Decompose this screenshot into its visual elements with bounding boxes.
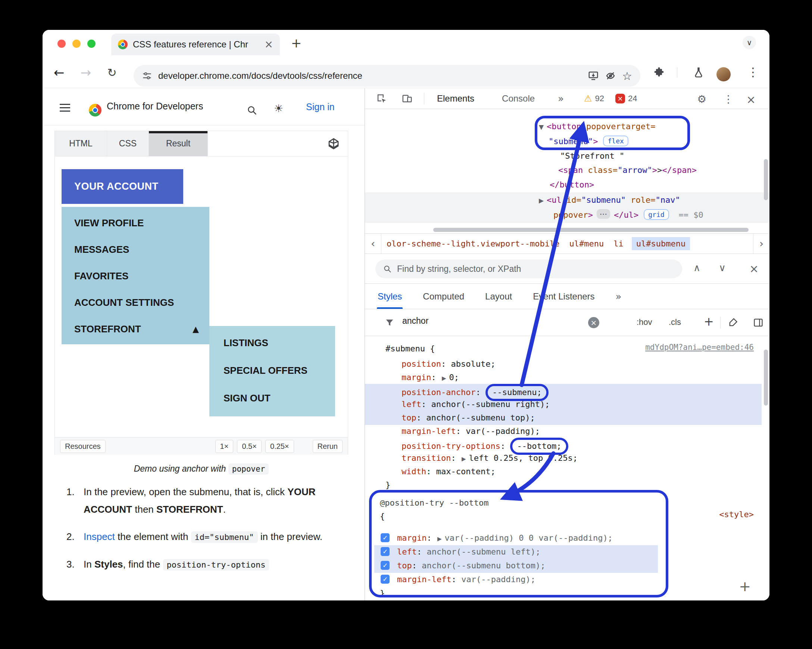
crumb-scroll-left-icon[interactable]: ‹ — [365, 234, 382, 254]
decl-margin-left[interactable]: margin-left: var(--padding); — [401, 424, 540, 438]
tab-result[interactable]: Result — [149, 131, 208, 156]
stylesheet-source-link[interactable]: mdYdpOM?ani…pe=embed:46 — [645, 343, 754, 352]
decl-width[interactable]: width: max-content; — [401, 465, 496, 478]
element-state-brush-icon[interactable] — [728, 317, 738, 328]
warning-count[interactable]: 92 — [595, 94, 604, 103]
tab-css[interactable]: CSS — [107, 131, 149, 156]
profile-avatar[interactable] — [716, 67, 731, 81]
install-icon[interactable] — [588, 70, 599, 81]
find-close-icon[interactable]: × — [749, 262, 759, 275]
find-previous-icon[interactable]: ∧ — [693, 262, 701, 273]
more-sidebar-tabs-icon[interactable]: » — [616, 291, 622, 302]
decl-position[interactable]: position: absolute; — [401, 357, 496, 371]
inspect-link[interactable]: Inspect — [84, 531, 115, 542]
filter-clear-icon[interactable]: × — [588, 317, 599, 328]
toggle-sidebar-icon[interactable] — [753, 317, 763, 328]
back-button[interactable]: ← — [51, 64, 67, 81]
expand-children-icon[interactable]: ⋯ — [597, 209, 610, 219]
tree-line-button-close[interactable]: </button> — [549, 178, 594, 192]
address-bar[interactable]: developer.chrome.com/docs/devtools/css/r… — [134, 65, 640, 87]
settings-gear-icon[interactable]: ⚙ — [697, 93, 707, 105]
zoom-025x-button[interactable]: 0.25× — [265, 440, 294, 453]
tab-computed[interactable]: Computed — [423, 284, 464, 309]
resources-button[interactable]: Resources — [60, 440, 105, 453]
codepen-icon[interactable] — [327, 137, 340, 150]
browser-menu-icon[interactable]: ⋮ — [747, 65, 759, 79]
tab-event-listeners[interactable]: Event Listeners — [533, 284, 594, 309]
grid-badge[interactable]: grid — [644, 209, 669, 220]
find-input-wrapper[interactable] — [375, 260, 682, 278]
search-icon[interactable] — [246, 104, 258, 116]
menu-item-storefront[interactable]: STOREFRONT▲ — [61, 316, 209, 343]
tree-line-span[interactable]: <span class="arrow">></span> — [558, 163, 697, 178]
theme-toggle-icon[interactable]: ☀ — [274, 102, 283, 115]
inspect-element-icon[interactable] — [376, 93, 387, 104]
tab-search-button[interactable]: ∨ — [743, 36, 756, 49]
window-close-button[interactable] — [58, 40, 66, 48]
decl-margin[interactable]: margin: ▶0; — [401, 370, 459, 384]
warning-icon[interactable]: ⚠ — [584, 93, 592, 104]
zoom-1x-button[interactable]: 1× — [215, 440, 234, 453]
device-toolbar-icon[interactable] — [401, 93, 413, 104]
tab-console[interactable]: Console — [502, 93, 535, 104]
tab-elements[interactable]: Elements — [437, 93, 474, 104]
style-tag-source-link[interactable]: <style> — [719, 510, 754, 519]
menu-item-view-profile[interactable]: VIEW PROFILE — [61, 210, 209, 236]
your-account-button[interactable]: YOUR ACCOUNT — [61, 169, 183, 204]
tree-line-ul-close[interactable]: popover>⋯</ul>grid== $0 — [553, 208, 704, 222]
menu-item-account-settings[interactable]: ACCOUNT SETTINGS — [61, 289, 209, 316]
horizontal-scrollbar[interactable] — [433, 228, 749, 232]
rerun-button[interactable]: Rerun — [313, 440, 343, 453]
sign-in-link[interactable]: Sign in — [306, 101, 334, 112]
menu-icon[interactable] — [60, 104, 70, 114]
devtools-menu-icon[interactable]: ⋮ — [723, 93, 734, 105]
crumb-li[interactable]: li — [614, 239, 624, 248]
url-text[interactable]: developer.chrome.com/docs/devtools/css/r… — [158, 70, 582, 81]
decl-position-try-options[interactable]: position-try-options: --bottom; — [401, 438, 568, 452]
menu-item-favorites[interactable]: FAVORITES — [61, 263, 209, 289]
decl-position-anchor[interactable]: position-anchor: --submenu; — [401, 384, 548, 398]
crumb-scroll-right-icon[interactable]: › — [753, 234, 769, 254]
tab-close-icon[interactable]: × — [264, 39, 273, 50]
expand-icon[interactable]: ▶ — [539, 197, 544, 204]
reload-button[interactable]: ↻ — [104, 64, 120, 81]
expand-shorthand-icon[interactable]: ▶ — [462, 456, 466, 462]
chrome-logo-icon[interactable] — [89, 104, 102, 116]
toggle-classes-button[interactable]: .cls — [669, 317, 681, 327]
forward-button[interactable]: → — [78, 64, 94, 81]
tree-line-text-node[interactable]: "Storefront " — [560, 148, 624, 163]
rule-selector[interactable]: #submenu { — [386, 342, 435, 355]
filter-input[interactable] — [402, 316, 484, 326]
site-brand[interactable]: Chrome for Developers — [107, 101, 203, 112]
eye-slash-icon[interactable] — [605, 70, 616, 81]
new-rule-plus-button[interactable]: + — [739, 578, 751, 594]
find-next-icon[interactable]: ∨ — [719, 262, 726, 273]
submenu-item-special-offers[interactable]: SPECIAL OFFERS — [209, 357, 335, 384]
toggle-hover-state-button[interactable]: :hov — [636, 317, 652, 327]
crumb-ul-submenu[interactable]: ul#submenu — [632, 237, 690, 250]
error-count[interactable]: 24 — [628, 94, 637, 103]
crumb-ul-menu[interactable]: ul#menu — [569, 239, 604, 248]
find-input[interactable] — [397, 264, 675, 274]
extensions-puzzle-icon[interactable] — [653, 66, 665, 78]
browser-tab[interactable]: CSS features reference | Chr × — [111, 34, 280, 55]
bookmark-star-icon[interactable]: ☆ — [622, 69, 632, 83]
menu-item-messages[interactable]: MESSAGES — [61, 236, 209, 263]
vertical-scrollbar[interactable] — [764, 349, 768, 406]
window-minimize-button[interactable] — [72, 40, 81, 48]
decl-top[interactable]: top: anchor(--submenu top); — [401, 411, 535, 425]
more-tabs-icon[interactable]: » — [558, 93, 564, 104]
submenu-item-sign-out[interactable]: SIGN OUT — [209, 384, 335, 412]
tab-layout[interactable]: Layout — [485, 284, 512, 309]
window-maximize-button[interactable] — [87, 40, 96, 48]
new-tab-button[interactable]: + — [289, 35, 304, 51]
labs-flask-icon[interactable] — [693, 66, 705, 78]
vertical-scrollbar[interactable] — [764, 159, 768, 200]
expand-shorthand-icon[interactable]: ▶ — [442, 375, 446, 382]
site-settings-icon[interactable] — [142, 70, 152, 81]
tree-line-ul-open[interactable]: ▶<ul id="submenu" role="nav" — [539, 193, 680, 207]
crumb-body[interactable]: olor-scheme--light.viewport--mobile — [386, 239, 560, 248]
new-style-rule-button[interactable]: + — [704, 314, 714, 329]
submenu-item-listings[interactable]: LISTINGS — [209, 329, 335, 357]
devtools-close-icon[interactable]: × — [746, 93, 756, 106]
